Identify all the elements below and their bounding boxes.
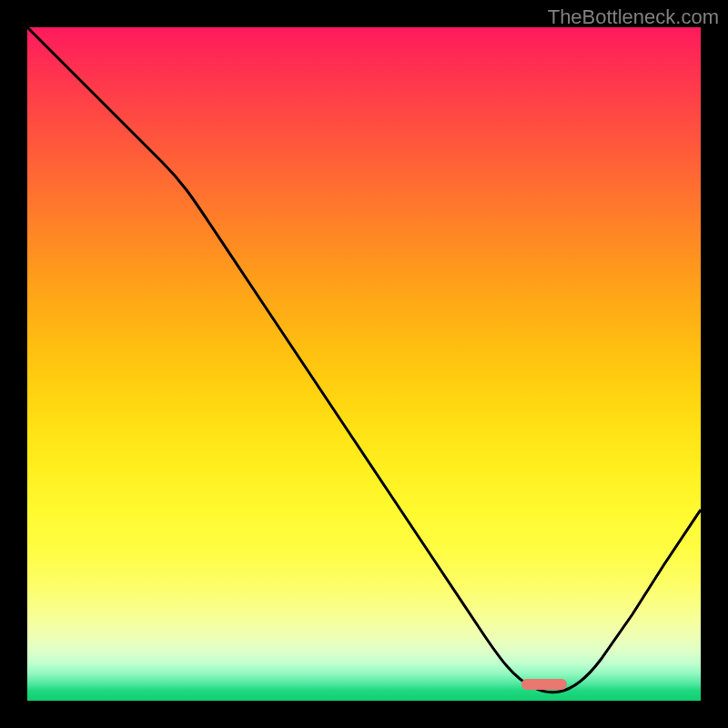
chart-plot-area: [27, 27, 701, 701]
optimal-marker: [521, 679, 567, 690]
watermark-text: TheBottleneck.com: [548, 5, 719, 29]
bottleneck-curve: [27, 27, 701, 701]
